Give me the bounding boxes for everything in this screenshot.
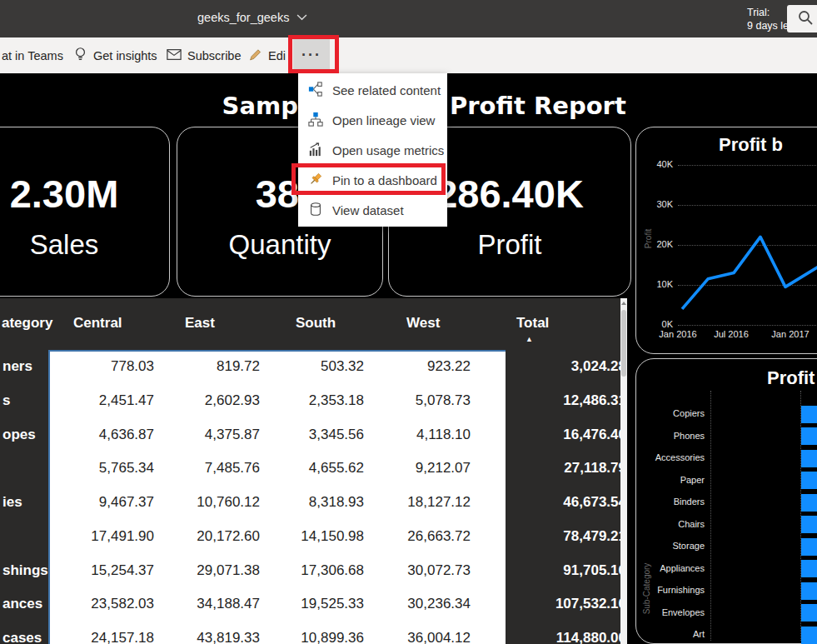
bar-axis-line: [710, 391, 711, 641]
menu-item-pin-to-a-dashboard[interactable]: Pin to a dashboard: [298, 165, 447, 195]
cell-east: 819.72: [160, 358, 260, 375]
cell-south: 17,306.68: [264, 562, 364, 579]
row-category-label: opes: [2, 427, 36, 443]
lightbulb-icon: [73, 47, 87, 65]
related-content-icon: [308, 82, 323, 99]
report-page-title-left-fragment: Samp: [215, 92, 298, 120]
table-row: ners778.03819.72503.32923.223,024.28: [0, 350, 627, 384]
scrollbar-up-arrow-icon[interactable]: [621, 302, 626, 305]
cell-south: 3,345.56: [264, 427, 364, 443]
report-name: geeks_for_geeks: [197, 11, 289, 24]
matrix-table-visual[interactable]: ategory Central East South West Total ▲ …: [0, 298, 627, 644]
powerbi-window: geeks_for_geeks Trial: 9 days left at in…: [0, 0, 817, 644]
search-icon: [797, 9, 814, 29]
y-tick-30K: 30K: [638, 199, 673, 209]
cell-east: 20,172.60: [160, 528, 260, 545]
cell-east: 7,485.76: [160, 460, 260, 477]
menu-item-label: See related content: [332, 83, 441, 97]
menu-item-open-usage-metrics[interactable]: Open usage metrics: [298, 135, 447, 165]
search-button[interactable]: [787, 5, 817, 32]
y-gridline-40K: [678, 165, 817, 166]
cell-central: 5,765.34: [54, 460, 154, 477]
cell-west: 923.22: [371, 358, 471, 375]
chat-in-teams-button[interactable]: at in Teams: [2, 37, 63, 73]
scrollbar-thumb[interactable]: [621, 310, 626, 377]
cell-total: 27,118.79: [506, 460, 626, 477]
quantity-label: Quantity: [177, 229, 382, 261]
y-tick-0K: 0K: [638, 319, 673, 329]
subscribe-button[interactable]: Subscribe: [167, 37, 241, 73]
col-header-category[interactable]: ategory: [2, 315, 52, 332]
bar-phones: [801, 427, 817, 445]
col-header-west[interactable]: West: [406, 315, 440, 332]
line-chart-title: Profit b: [719, 134, 783, 156]
profit-line-chart-visual[interactable]: Profit b Profit 0K10K20K30K40KJan 2016Ju…: [635, 127, 817, 354]
menu-item-view-dataset[interactable]: View dataset: [298, 195, 447, 225]
bar-label-chairs: Chairs: [636, 519, 705, 529]
y-gridline-10K: [678, 285, 817, 286]
cell-east: 2,602.93: [160, 392, 260, 409]
sales-kpi-card[interactable]: 2.30M Sales: [0, 127, 170, 297]
cell-central: 4,636.87: [54, 427, 154, 443]
bar-label-envelopes: Envelopes: [636, 607, 705, 617]
report-page-title-right-fragment: Profit Report: [450, 92, 626, 120]
col-header-total[interactable]: Total: [516, 315, 549, 332]
table-row: 17,491.9020,172.6014,150.9826,663.7278,4…: [0, 520, 627, 554]
bar-label-copiers: Copiers: [636, 408, 705, 418]
report-action-bar: at in Teams Get insights Subscribe Edi ·…: [0, 37, 817, 73]
sort-ascending-icon[interactable]: ▲: [526, 335, 533, 343]
cell-south: 19,525.33: [264, 596, 364, 612]
cell-central: 23,582.03: [54, 596, 154, 612]
quantity-value: 38: [177, 171, 299, 217]
get-insights-button[interactable]: Get insights: [73, 37, 157, 73]
bar-copiers: [801, 406, 817, 423]
bar-binders: [801, 494, 817, 512]
cell-south: 503.32: [264, 358, 364, 375]
cell-west: 4,118.10: [371, 427, 471, 443]
bar-label-binders: Binders: [636, 497, 705, 507]
table-scrollbar[interactable]: [620, 298, 627, 644]
bar-furnishings: [801, 582, 817, 600]
cell-central: 15,254.37: [54, 562, 154, 579]
cell-south: 8,318.93: [264, 494, 364, 511]
bar-chart-title: Profit: [767, 367, 815, 389]
cell-central: 2,451.47: [54, 392, 154, 409]
bar-accessories: [801, 450, 817, 467]
col-header-south[interactable]: South: [296, 315, 336, 332]
bar-label-phones: Phones: [636, 431, 705, 441]
row-category-label: shings: [2, 562, 48, 579]
profit-bar-chart-visual[interactable]: Profit Sub-Category CopiersPhonesAccesso…: [635, 358, 817, 644]
bar-art: [801, 627, 817, 644]
cell-total: 107,532.16: [506, 596, 626, 612]
cell-total: 16,476.40: [506, 427, 626, 443]
more-options-dropdown-menu: See related contentOpen lineage viewOpen…: [298, 73, 447, 227]
cell-total: 114,880.00: [506, 630, 626, 644]
menu-item-see-related-content[interactable]: See related content: [298, 75, 447, 105]
cell-south: 4,655.62: [264, 460, 364, 477]
cell-central: 17,491.90: [54, 528, 154, 545]
row-category-label: cases: [2, 630, 42, 644]
envelope-icon: [167, 48, 182, 63]
col-header-east[interactable]: East: [185, 315, 215, 332]
edit-button[interactable]: Edi: [248, 37, 286, 73]
sales-value: 2.30M: [0, 171, 169, 217]
report-name-dropdown[interactable]: geeks_for_geeks: [197, 11, 307, 24]
row-category-label: ners: [2, 358, 32, 375]
app-top-bar: geeks_for_geeks Trial: 9 days left: [0, 0, 817, 37]
col-header-central[interactable]: Central: [73, 315, 122, 332]
menu-item-label: Open lineage view: [332, 113, 435, 127]
cell-west: 36,004.12: [371, 630, 471, 644]
table-header-row: ategory Central East South West Total ▲: [0, 298, 627, 350]
menu-item-open-lineage-view[interactable]: Open lineage view: [298, 105, 447, 135]
menu-item-label: Pin to a dashboard: [332, 173, 437, 187]
chevron-down-icon: [296, 11, 307, 24]
bar-chairs: [801, 516, 817, 533]
cell-west: 5,078.73: [371, 392, 471, 409]
bar-storage: [801, 538, 817, 556]
more-options-button[interactable]: ···: [293, 37, 330, 73]
bar-paper: [801, 472, 817, 489]
pin-icon: [308, 172, 323, 189]
cell-west: 18,127.12: [371, 494, 471, 511]
row-category-label: ances: [2, 596, 42, 612]
x-tick-Jan-2017: Jan 2017: [771, 329, 809, 339]
